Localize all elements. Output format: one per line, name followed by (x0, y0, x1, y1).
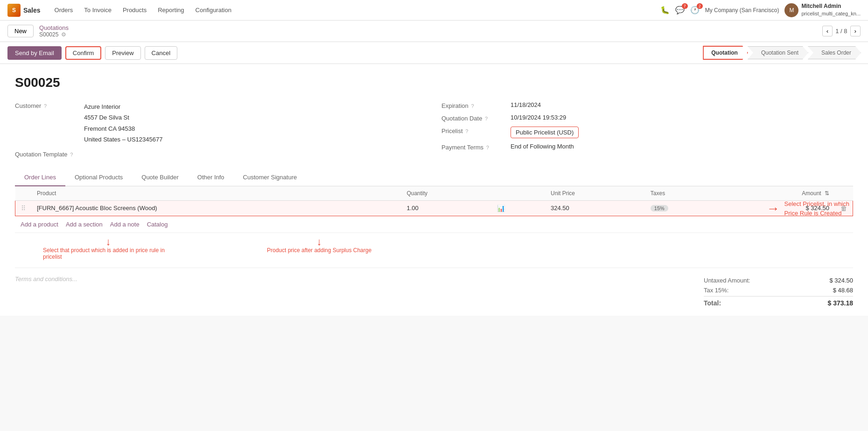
breadcrumb-parent[interactable]: Quotations (39, 24, 69, 31)
terms-placeholder[interactable]: Terms and conditions... (15, 276, 77, 283)
total-value: $ 373.18 (828, 299, 854, 307)
drag-handle-cell: ⠿ (15, 200, 32, 216)
new-button[interactable]: New (7, 25, 34, 37)
nav-right: 🐛 💬 7 🕐 2 My Company (San Francisco) M M… (660, 2, 861, 17)
customer-name: Azure Interior (84, 101, 427, 112)
status-sales-order[interactable]: Sales Order (808, 46, 861, 59)
breadcrumb-sub: S00025 ⚙ (39, 31, 69, 38)
app-name: Sales (23, 7, 41, 14)
expiration-help-icon[interactable]: ? (471, 103, 474, 109)
status-quotation[interactable]: Quotation (703, 46, 748, 60)
amount-settings-icon[interactable]: ⇅ (825, 190, 829, 197)
breadcrumb-bar: New Quotations S00025 ⚙ ‹ 1 / 8 › (0, 21, 868, 42)
payment-terms-value: End of Following Month (511, 143, 853, 150)
expiration-value[interactable]: 11/18/2024 (511, 101, 853, 108)
nav-to-invoice[interactable]: To Invoice (79, 5, 116, 15)
terms-area: Terms and conditions... (15, 276, 689, 308)
cancel-button[interactable]: Cancel (145, 46, 177, 60)
template-help-icon[interactable]: ? (70, 152, 73, 157)
main-nav: Orders To Invoice Products Reporting Con… (50, 5, 236, 15)
expiration-label: Expiration ? (441, 101, 507, 109)
send-email-button[interactable]: Send by Email (7, 46, 62, 60)
add-note-link[interactable]: Add a note (110, 221, 140, 228)
user-subtitle: pricelist_multi_categ_kn... (801, 11, 861, 16)
pricelist-value[interactable]: Public Pricelist (USD) (511, 127, 579, 138)
unit-price-cell[interactable]: 324.50 (545, 200, 645, 216)
main-content: S00025 Customer ? Azure Interior 4557 De… (0, 64, 868, 316)
customer-addr2: Fremont CA 94538 (84, 123, 427, 134)
confirm-button[interactable]: Confirm (65, 46, 102, 60)
quotation-date-help-icon[interactable]: ? (485, 116, 488, 121)
product-cell[interactable]: [FURN_6667] Acoustic Bloc Screens (Wood) (31, 200, 401, 216)
form-grid: Customer ? Azure Interior 4557 De Silva … (15, 101, 853, 158)
quantity-cell[interactable]: 1.00 (401, 200, 491, 216)
forecast-chart-icon[interactable]: 📊 (497, 205, 505, 212)
tab-other-info[interactable]: Other Info (188, 169, 234, 186)
status-bar: Quotation Quotation Sent Sales Order (703, 46, 861, 60)
tab-optional-products[interactable]: Optional Products (65, 169, 132, 186)
clock-icon-btn[interactable]: 🕐 2 (690, 6, 700, 14)
settings-gear-icon[interactable]: ⚙ (61, 31, 66, 38)
nav-orders[interactable]: Orders (50, 5, 78, 15)
tab-quote-builder[interactable]: Quote Builder (132, 169, 188, 186)
customer-value: Azure Interior 4557 De Silva St Fremont … (84, 101, 427, 145)
chat-icon-btn[interactable]: 💬 7 (675, 6, 685, 14)
tab-order-lines[interactable]: Order Lines (15, 169, 65, 186)
user-details: Mitchell Admin pricelist_multi_categ_kn.… (801, 2, 861, 17)
price-annotation-text: Product price after adding Surplus Charg… (267, 247, 371, 254)
quotation-date-label: Quotation Date ? (441, 114, 507, 122)
clock-badge: 2 (697, 3, 703, 9)
col-drag (15, 186, 32, 201)
template-row: Quotation Template ? (15, 150, 427, 158)
payment-terms-help-icon[interactable]: ? (486, 145, 489, 150)
preview-button[interactable]: Preview (105, 46, 140, 60)
nav-configuration[interactable]: Configuration (191, 5, 236, 15)
customer-addr1: 4557 De Silva St (84, 112, 427, 123)
user-avatar: M (784, 3, 798, 17)
product-annotation: ↓ Select that product which is added in … (43, 237, 174, 260)
col-taxes: Taxes (645, 186, 726, 201)
customer-label: Customer ? (15, 101, 80, 109)
order-table: Product Quantity Unit Price Taxes Amount… (15, 186, 853, 216)
tax-label: Tax 15%: (704, 287, 728, 294)
template-label: Quotation Template ? (15, 150, 80, 158)
product-annotation-text: Select that product which is added in pr… (43, 247, 174, 260)
user-info[interactable]: M Mitchell Admin pricelist_multi_categ_k… (784, 2, 861, 17)
add-product-link[interactable]: Add a product (21, 221, 58, 228)
record-title: S00025 (15, 75, 853, 90)
next-page-button[interactable]: › (850, 26, 861, 36)
pricelist-callout-text: Select Pricelist, in whichPrice Rule is … (784, 199, 849, 218)
form-left: Customer ? Azure Interior 4557 De Silva … (15, 101, 427, 158)
chart-cell[interactable]: 📊 (491, 200, 545, 216)
logo-text: S (12, 7, 16, 14)
pricelist-label: Pricelist ? (441, 127, 507, 134)
prev-page-button[interactable]: ‹ (822, 26, 833, 36)
add-section-link[interactable]: Add a section (66, 221, 103, 228)
pricelist-help-icon[interactable]: ? (465, 128, 468, 134)
table-row: ⠿ [FURN_6667] Acoustic Bloc Screens (Woo… (15, 200, 853, 216)
customer-help-icon[interactable]: ? (44, 103, 47, 109)
tax-row: Tax 15%: $ 48.68 (704, 285, 853, 295)
tax-value: $ 48.68 (833, 287, 853, 294)
drag-handle-icon[interactable]: ⠿ (21, 205, 26, 212)
tax-badge[interactable]: 15% (651, 205, 668, 212)
user-name: Mitchell Admin (801, 3, 841, 9)
tab-customer-signature[interactable]: Customer Signature (234, 169, 307, 186)
untaxed-value: $ 324.50 (829, 277, 853, 284)
breadcrumb: Quotations S00025 ⚙ (39, 24, 69, 38)
price-arrow-down-icon: ↓ (317, 237, 322, 247)
payment-terms-row: Payment Terms ? End of Following Month (441, 143, 853, 151)
bug-icon-btn[interactable]: 🐛 (660, 6, 670, 14)
col-delete (835, 186, 853, 201)
taxes-cell: 15% (645, 200, 726, 216)
nav-reporting[interactable]: Reporting (153, 5, 189, 15)
totals-table: Untaxed Amount: $ 324.50 Tax 15%: $ 48.6… (704, 276, 853, 308)
nav-products[interactable]: Products (118, 5, 151, 15)
pagination: ‹ 1 / 8 › (822, 26, 861, 36)
total-row: Total: $ 373.18 (704, 296, 853, 308)
customer-addr3: United States – US12345677 (84, 134, 427, 145)
col-product: Product (31, 186, 401, 201)
col-unit-price: Unit Price (545, 186, 645, 201)
catalog-link[interactable]: Catalog (147, 221, 168, 228)
status-quotation-sent[interactable]: Quotation Sent (748, 46, 808, 59)
